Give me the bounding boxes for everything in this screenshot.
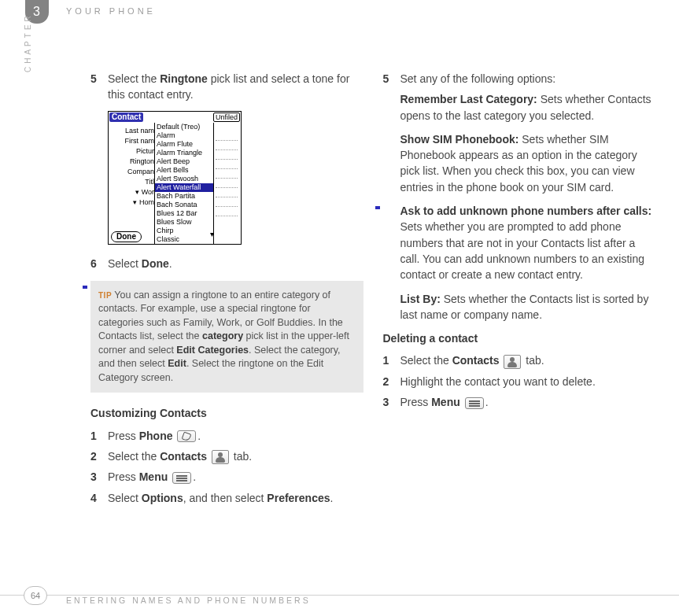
tip-box: TIP You can assign a ringtone to an enti…	[90, 281, 363, 393]
step-number: 5	[90, 71, 108, 103]
bold: Menu	[139, 470, 168, 483]
menu-icon	[465, 397, 484, 409]
text: Select the	[108, 450, 160, 463]
ss-dotted-lines	[216, 131, 238, 216]
ss-field-labels: Last namFirst namPicturRingtonCompanTitl…	[111, 126, 154, 208]
cust-step-4: 4 Select Options, and then select Prefer…	[90, 490, 363, 506]
ss-field-label: Rington	[111, 157, 154, 167]
bold: Show SIM Phonebook:	[400, 133, 519, 146]
page-footer: 64 ENTERING NAMES AND PHONE NUMBERS	[0, 595, 679, 602]
ss-list-item: Alert Swoosh	[155, 175, 213, 183]
page-header: 3 YOUR PHONE	[0, 0, 679, 31]
step-number: 1	[90, 428, 108, 444]
text: .	[197, 430, 201, 442]
text: .	[169, 257, 172, 270]
ss-list-item: Alarm	[155, 131, 213, 140]
contacts-icon	[504, 355, 521, 369]
ss-field-label: Compan	[111, 167, 154, 177]
text: Select	[108, 492, 142, 504]
header-title: YOUR PHONE	[66, 6, 156, 16]
bold: Ringtone	[160, 72, 208, 85]
bold: Contacts	[160, 450, 207, 463]
step-number: 2	[383, 374, 400, 389]
bold: Menu	[431, 396, 460, 408]
ss-list-item: Alarm Triangle	[155, 149, 213, 157]
tip-label: TIP	[98, 291, 112, 300]
step-number: 3	[90, 469, 108, 485]
ss-list-item: Alarm Flute	[155, 140, 213, 149]
ss-list-item: Bach Partita	[155, 192, 213, 201]
content-columns: 5 Select the Ringtone pick list and sele…	[90, 71, 655, 569]
bold: Ask to add unknown phone numbers after c…	[400, 205, 652, 217]
cust-step-3: 3 Press Menu .	[90, 469, 363, 485]
bold: Remember Last Category:	[400, 93, 537, 105]
step-text: Set any of the following options:	[400, 71, 656, 87]
del-step-3: 3 Press Menu .	[383, 394, 656, 410]
ss-list-item: Alert Bells	[155, 166, 213, 175]
option-list-by: List By: Sets whether the Contacts list …	[383, 291, 656, 323]
bold: Options	[142, 492, 183, 504]
step-text: Press Menu .	[108, 469, 363, 485]
ss-ringtone-list: Default (Treo)AlarmAlarm FluteAlarm Tria…	[154, 123, 214, 245]
text: tab.	[231, 450, 252, 463]
step-text: Highlight the contact you want to delete…	[400, 374, 656, 389]
step-text: Select the Contacts tab.	[108, 448, 363, 464]
footer-title: ENTERING NAMES AND PHONE NUMBERS	[66, 596, 311, 605]
step-text: Select the Ringtone pick list and select…	[108, 71, 363, 103]
chapter-vertical-label: CHAPTER	[24, 13, 32, 72]
step-text: Press Phone .	[108, 428, 363, 444]
step-text: Select the Contacts tab.	[400, 352, 656, 368]
step-text: Press Menu .	[400, 394, 656, 410]
ss-list-item: Alert Beep	[155, 157, 213, 166]
text: .	[330, 492, 334, 504]
step-number: 3	[383, 394, 400, 410]
ss-unfiled-label: Unfiled	[213, 113, 240, 122]
step-5: 5 Select the Ringtone pick list and sele…	[90, 71, 363, 103]
left-column: 5 Select the Ringtone pick list and sele…	[90, 71, 363, 569]
text: Select the	[400, 354, 452, 367]
ss-list-item: Bach Sonata	[155, 201, 213, 209]
deleting-contact-heading: Deleting a contact	[383, 330, 656, 346]
text: Press	[108, 430, 139, 442]
del-step-1: 1 Select the Contacts tab.	[383, 352, 656, 368]
step-6: 6 Select Done.	[90, 256, 363, 271]
ss-field-label: ▾ Wor	[111, 187, 154, 197]
ss-list-item: Default (Treo)	[155, 123, 213, 131]
ss-list-item: Blues Slow	[155, 218, 213, 227]
ss-contact-label: Contact	[109, 113, 143, 122]
text: Press	[108, 470, 139, 483]
bold: Edit Categories	[176, 345, 249, 356]
bold: Done	[142, 257, 169, 270]
ss-field-label: Pictur	[111, 146, 154, 157]
ss-list-item: Classic	[155, 235, 213, 244]
ss-topbar: Contact Unfiled	[109, 113, 240, 122]
text: Sets whether you are prompted to add pho…	[400, 220, 645, 281]
step-number: 4	[90, 490, 108, 506]
ss-list-item: Alert Waterfall	[155, 183, 213, 192]
del-step-2: 2 Highlight the contact you want to dele…	[383, 374, 656, 389]
step-number: 1	[383, 352, 400, 368]
bold: Edit	[168, 358, 186, 369]
option-ask-unknown: Ask to add unknown phone numbers after c…	[383, 203, 656, 282]
option-remember-last: Remember Last Category: Sets whether Con…	[383, 91, 656, 124]
bold: Contacts	[452, 354, 500, 367]
ss-scroll-arrow-icon: ▾	[210, 229, 214, 241]
text: , and then select	[183, 492, 268, 504]
ringtone-screenshot: Contact Unfiled Last namFirst namPicturR…	[108, 111, 242, 245]
step-number: 2	[90, 448, 108, 464]
ss-field-label: First nam	[111, 136, 154, 146]
ss-field-label: Titl	[111, 177, 154, 187]
bold: Preferences	[267, 492, 330, 504]
text: tab.	[522, 354, 544, 367]
bold: Phone	[139, 430, 173, 442]
text: .	[485, 396, 489, 408]
step-number: 6	[90, 256, 108, 271]
step-text: Select Options, and then select Preferen…	[108, 490, 363, 506]
text: Select	[108, 257, 142, 270]
ss-field-label: ▾ Hom	[111, 197, 154, 208]
ss-done-button: Done	[111, 231, 142, 242]
right-column: 5 Set any of the following options: Reme…	[383, 71, 656, 569]
ss-field-label: Last nam	[111, 126, 154, 136]
option-show-sim: Show SIM Phonebook: Sets whether SIM Pho…	[383, 131, 656, 195]
contacts-icon	[212, 450, 229, 464]
